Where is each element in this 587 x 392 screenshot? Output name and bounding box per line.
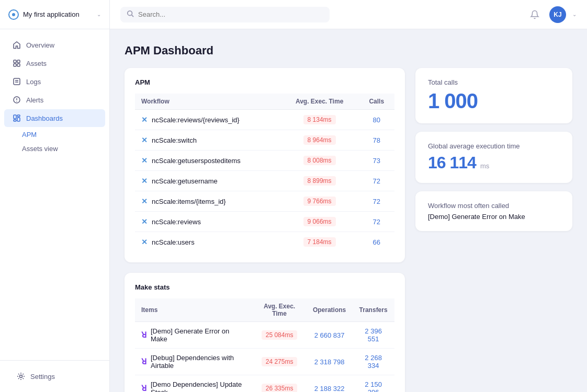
make-col-ops: Operations (307, 298, 352, 322)
x-icon: ✕ (141, 238, 148, 246)
make-col-items: Items (135, 298, 252, 322)
apm-col-time: Avg. Exec. Time (280, 94, 359, 110)
sidebar-item-assets[interactable]: Assets (4, 54, 105, 72)
svg-rect-0 (14, 60, 16, 63)
app-name: My first application (23, 10, 93, 18)
transfers-cell: 2 396 551 (352, 322, 394, 349)
apm-col-calls: Calls (359, 94, 394, 110)
avatar[interactable]: KJ (549, 6, 566, 23)
time-cell: 9 766ms (280, 191, 359, 212)
total-calls-label: Total calls (428, 78, 560, 86)
most-called-card: Workflow most often called [Demo] Genera… (415, 191, 572, 231)
home-icon (13, 41, 21, 49)
dashboards-icon (13, 114, 21, 122)
right-column: Total calls 1 000 Global average executi… (415, 68, 572, 392)
time-cell: 7 184ms (280, 232, 359, 252)
table-row: ✕ ncScale:getusername 8 899ms 72 (135, 171, 394, 191)
transfers-cell: 2 150 296 (352, 375, 394, 393)
assets-icon (13, 59, 21, 67)
sidebar-item-dashboards-label: Dashboards (26, 114, 63, 122)
settings-label: Settings (30, 373, 55, 381)
time-cell: 8 134ms (280, 110, 359, 130)
ops-cell: 2 188 322 (307, 375, 352, 393)
transfers-cell: 2 268 334 (352, 349, 394, 375)
make-col-time: Avg. Exec. Time (252, 298, 307, 322)
make-stats-header: Items Avg. Exec. Time Operations Transfe… (135, 298, 394, 322)
search-input[interactable] (138, 10, 323, 18)
time-cell: 8 008ms (280, 151, 359, 171)
make-icon: ꓤ (141, 357, 146, 366)
workflow-cell: ✕ ncScale:users (135, 232, 280, 252)
apm-table: Workflow Avg. Exec. Time Calls ✕ ncScale… (135, 94, 394, 252)
sidebar-item-overview[interactable]: Overview (4, 36, 105, 54)
sidebar-subitem-apm[interactable]: APM (22, 128, 109, 142)
sidebar-item-alerts-label: Alerts (26, 96, 43, 104)
svg-rect-3 (17, 64, 20, 66)
topbar-chevron-icon[interactable]: ⌄ (572, 11, 577, 17)
left-column: APM Workflow Avg. Exec. Time Calls (125, 68, 405, 392)
alerts-icon (13, 96, 21, 104)
time-cell: 25 084ms (252, 322, 307, 349)
make-stats-card: Make stats Items Avg. Exec. Time Operati… (125, 273, 405, 392)
table-row: ✕ ncScale:switch 8 964ms 78 (135, 130, 394, 151)
apm-table-header: Workflow Avg. Exec. Time Calls (135, 94, 394, 110)
sidebar-nav: Overview Assets Logs Alerts Dashboards (0, 29, 109, 360)
workflow-cell: ✕ ncScale:switch (135, 130, 280, 151)
table-row: ✕ ncScale:items/{items_id} 9 766ms 72 (135, 191, 394, 212)
x-icon: ✕ (141, 197, 148, 205)
notifications-button[interactable] (526, 6, 543, 23)
x-icon: ✕ (141, 177, 148, 185)
table-row: ꓤ [Demo] Generate Error on Make 25 084ms… (135, 322, 394, 349)
make-icon: ꓤ (141, 384, 146, 392)
make-stats-table: Items Avg. Exec. Time Operations Transfe… (135, 298, 394, 392)
svg-point-14 (20, 375, 22, 378)
avg-exec-value: 16 114 (428, 153, 476, 172)
ops-cell: 2 318 798 (307, 349, 352, 375)
search-box[interactable] (120, 7, 330, 22)
svg-rect-12 (14, 120, 16, 121)
apm-col-workflow: Workflow (135, 94, 280, 110)
apm-table-body: ✕ ncScale:reviews/{reviews_id} 8 134ms 8… (135, 110, 394, 252)
avg-exec-card: Global average execution time 16 114 ms (415, 132, 572, 183)
items-cell: ꓤ [Demo Dependencies] Update Stock (135, 375, 252, 393)
total-calls-value: 1 000 (428, 89, 560, 113)
sidebar-footer: Settings (0, 360, 109, 392)
settings-icon (17, 372, 25, 381)
dashboard-grid: APM Workflow Avg. Exec. Time Calls (125, 68, 572, 392)
sidebar-item-dashboards[interactable]: Dashboards (4, 109, 105, 127)
sidebar-item-settings[interactable]: Settings (8, 367, 101, 385)
most-called-label: Workflow most often called (428, 202, 560, 210)
most-called-value: [Demo] Generate Error on Make (428, 213, 560, 221)
calls-cell: 66 (359, 232, 394, 252)
topbar: KJ ⌄ (110, 0, 587, 29)
svg-rect-4 (14, 78, 20, 85)
x-icon: ✕ (141, 217, 148, 226)
app-icon (8, 9, 19, 20)
make-col-transfers: Transfers (352, 298, 394, 322)
content-area: APM Dashboard APM Workflow Avg. Exec. Ti… (110, 29, 587, 392)
ops-cell: 2 660 837 (307, 322, 352, 349)
make-stats-body: ꓤ [Demo] Generate Error on Make 25 084ms… (135, 322, 394, 393)
sidebar-item-alerts[interactable]: Alerts (4, 91, 105, 109)
topbar-right: KJ ⌄ (526, 6, 577, 23)
svg-rect-10 (14, 115, 16, 119)
svg-rect-1 (17, 60, 20, 63)
page-title: APM Dashboard (125, 44, 572, 57)
make-icon: ꓤ (141, 330, 146, 340)
workflow-cell: ✕ ncScale:getusersposteditems (135, 151, 280, 171)
sidebar-subitem-assets-view[interactable]: Assets view (22, 142, 109, 156)
main-content: KJ ⌄ APM Dashboard APM Workflow Avg. Exe… (110, 0, 587, 392)
table-row: ✕ ncScale:users 7 184ms 66 (135, 232, 394, 252)
sidebar-chevron-icon[interactable]: ⌄ (97, 11, 101, 17)
sidebar-header[interactable]: My first application ⌄ (0, 0, 109, 29)
table-row: ✕ ncScale:reviews/{reviews_id} 8 134ms 8… (135, 110, 394, 130)
avg-exec-unit: ms (480, 162, 489, 170)
sidebar-item-logs[interactable]: Logs (4, 73, 105, 90)
make-stats-title: Make stats (135, 283, 394, 291)
table-row: ✕ ncScale:reviews 9 066ms 72 (135, 212, 394, 232)
svg-rect-11 (17, 118, 20, 121)
svg-rect-2 (14, 64, 16, 66)
table-row: ꓤ [Demo Dependencies] Update Stock 26 33… (135, 375, 394, 393)
workflow-cell: ✕ ncScale:items/{items_id} (135, 191, 280, 212)
sidebar-item-assets-label: Assets (26, 60, 47, 67)
